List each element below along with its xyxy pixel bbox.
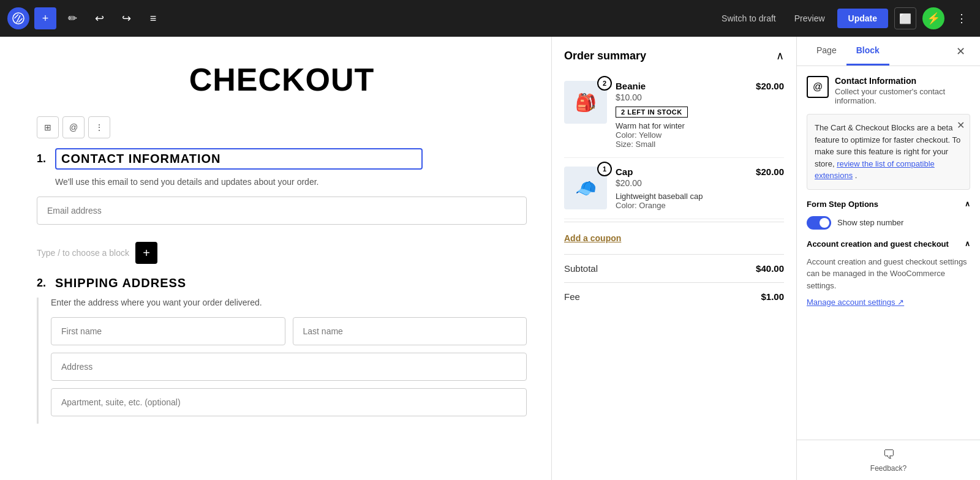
preview-button[interactable]: Preview: [788, 10, 831, 27]
section2-title: SHIPPING ADDRESS: [55, 276, 186, 290]
beta-notice-close-button[interactable]: ✕: [957, 119, 965, 131]
item-details-beanie: Beanie $10.00 2 LEFT IN STOCK Warm hat f…: [616, 81, 747, 149]
form-step-options: Form Step Options ∧ Show step number: [807, 200, 970, 230]
form-step-options-label[interactable]: Form Step Options ∧: [807, 200, 970, 209]
apartment-input[interactable]: [51, 388, 527, 416]
section1-number: 1.: [37, 152, 49, 165]
item-desc-beanie: Warm hat for winter: [616, 121, 747, 130]
fee-label: Fee: [564, 291, 580, 302]
section2-description: Enter the address where you want your or…: [51, 298, 527, 307]
manage-account-settings-link[interactable]: Manage account settings ↗: [807, 298, 904, 307]
block-inserter-text: Type / to choose a block: [37, 248, 129, 258]
section1-description: We'll use this email to send you details…: [55, 177, 527, 187]
bolt-button[interactable]: ⚡: [922, 7, 944, 29]
block-info: @ Contact Information Collect your custo…: [807, 76, 970, 105]
section2: 2. SHIPPING ADDRESS Enter the address wh…: [37, 276, 527, 424]
collapse-icon[interactable]: ∧: [776, 49, 784, 62]
columns-button[interactable]: ⊞: [37, 116, 59, 138]
top-toolbar: + ✏ ↩ ↪ ≡ Switch to draft Preview Update…: [0, 0, 980, 37]
item-details-cap: Cap $20.00 Lightweight baseball cap Colo…: [616, 167, 747, 210]
item-stock-beanie: 2 LEFT IN STOCK: [616, 107, 688, 118]
editor-area: CHECKOUT ⊞ @ ⋮ 1. We'll use this email t…: [0, 37, 551, 480]
sidebar-tabs: Page Block ✕: [797, 37, 980, 66]
switch-draft-button[interactable]: Switch to draft: [715, 10, 782, 27]
item-total-cap: $20.00: [756, 167, 784, 177]
list-view-button[interactable]: ≡: [142, 7, 164, 29]
subtotal-label: Subtotal: [564, 263, 598, 274]
right-sidebar: Page Block ✕ @ Contact Information Colle…: [796, 37, 980, 480]
page-title: CHECKOUT: [37, 61, 527, 98]
item-total-beanie: $20.00: [756, 81, 784, 91]
subtotal-row: Subtotal $40.00: [564, 257, 784, 280]
item-image-cap: 🧢 1: [564, 167, 607, 209]
item-emoji-cap: 🧢: [575, 178, 597, 198]
wp-logo[interactable]: [7, 7, 29, 29]
inserter-plus-button[interactable]: +: [135, 242, 157, 264]
section2-header: 2. SHIPPING ADDRESS: [37, 276, 527, 290]
order-item-cap: 🧢 1 Cap $20.00 Lightweight baseball cap …: [564, 158, 784, 219]
item-badge-cap: 1: [597, 162, 612, 176]
show-step-number-row: Show step number: [807, 216, 970, 230]
edit-button[interactable]: ✏: [61, 7, 83, 29]
toggle-knob: [820, 218, 829, 228]
item-name-beanie: Beanie: [616, 81, 747, 91]
show-step-number-toggle[interactable]: [807, 216, 831, 230]
main-area: CHECKOUT ⊞ @ ⋮ 1. We'll use this email t…: [0, 37, 980, 480]
feedback-button[interactable]: 🗨 Feedback?: [797, 440, 980, 480]
item-badge-beanie: 2: [597, 76, 612, 91]
section1-header: 1.: [37, 148, 527, 170]
order-item-beanie: 🎒 2 Beanie $10.00 2 LEFT IN STOCK Warm h…: [564, 72, 784, 158]
order-summary-panel: Order summary ∧ 🎒 2 Beanie $10.00 2 LEFT…: [551, 37, 796, 480]
block-name: Contact Information: [835, 76, 970, 86]
item-color-beanie: Color: Yellow: [616, 130, 747, 140]
view-toggle-button[interactable]: ⬜: [894, 7, 916, 29]
item-name-cap: Cap: [616, 167, 747, 177]
block-more-button[interactable]: ⋮: [88, 116, 110, 138]
beta-notice-after: .: [855, 171, 858, 180]
redo-button[interactable]: ↪: [115, 7, 137, 29]
block-info-text: Contact Information Collect your custome…: [835, 76, 970, 105]
address-input[interactable]: [51, 353, 527, 381]
block-description: Collect your customer's contact informat…: [835, 87, 970, 105]
add-block-button[interactable]: +: [34, 7, 56, 29]
sidebar-content: @ Contact Information Collect your custo…: [797, 66, 980, 440]
beta-notice: The Cart & Checkout Blocks are a beta fe…: [807, 114, 970, 190]
name-row: [51, 317, 527, 345]
order-summary-title: Order summary: [564, 50, 646, 62]
order-divider-3: [564, 282, 784, 283]
more-options-button[interactable]: ⋮: [951, 7, 973, 29]
tab-page[interactable]: Page: [807, 37, 846, 66]
at-button[interactable]: @: [62, 116, 85, 138]
section1-title-input[interactable]: [55, 148, 423, 170]
item-color-cap: Color: Orange: [616, 201, 747, 210]
last-name-input[interactable]: [293, 317, 527, 345]
undo-button[interactable]: ↩: [88, 7, 110, 29]
feedback-icon: 🗨: [883, 448, 895, 462]
fee-row: Fee $1.00: [564, 285, 784, 308]
update-button[interactable]: Update: [837, 9, 888, 28]
item-desc-cap: Lightweight baseball cap: [616, 192, 747, 201]
first-name-input[interactable]: [51, 317, 285, 345]
form-step-options-title: Form Step Options: [807, 200, 878, 209]
sidebar-close-button[interactable]: ✕: [951, 37, 970, 66]
email-input[interactable]: [37, 197, 527, 225]
item-emoji-beanie: 🎒: [575, 92, 597, 113]
form-step-options-chevron: ∧: [965, 200, 970, 208]
item-price-beanie: $10.00: [616, 92, 747, 102]
order-divider-1: [564, 222, 784, 222]
show-step-number-label: Show step number: [837, 218, 903, 227]
block-icon: @: [807, 76, 829, 98]
tab-block[interactable]: Block: [846, 37, 889, 66]
account-creation-chevron: ∧: [965, 239, 970, 248]
feedback-text: Feedback?: [870, 464, 907, 473]
block-toolbar: ⊞ @ ⋮: [37, 116, 527, 138]
account-creation-label[interactable]: Account creation and guest checkout ∧: [807, 239, 970, 249]
account-creation-title: Account creation and guest checkout: [807, 239, 949, 249]
order-divider-2: [564, 254, 784, 255]
item-price-cap: $20.00: [616, 178, 747, 188]
add-coupon-button[interactable]: Add a coupon: [564, 225, 621, 252]
item-size-beanie: Size: Small: [616, 140, 747, 149]
account-creation-description: Account creation and guest checkout sett…: [807, 256, 970, 292]
item-image-beanie: 🎒 2: [564, 81, 607, 124]
section2-content: Enter the address where you want your or…: [37, 298, 527, 424]
